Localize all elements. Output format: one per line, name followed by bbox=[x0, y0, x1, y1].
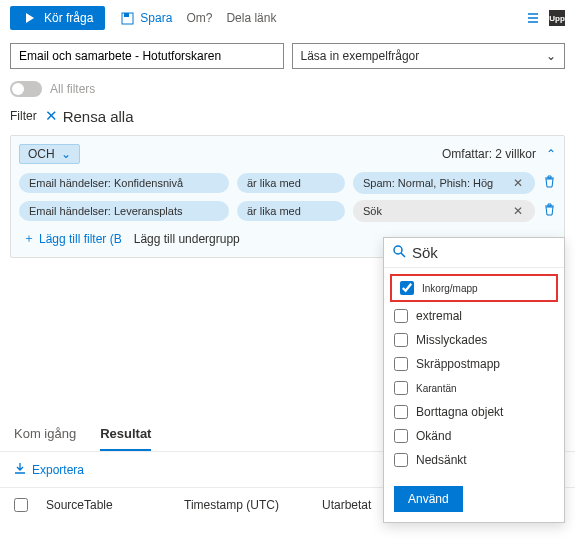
collapse-icon[interactable]: ⌃ bbox=[546, 147, 556, 161]
option-inkorg[interactable]: Inkorg/mapp bbox=[396, 278, 552, 298]
tab-results[interactable]: Resultat bbox=[100, 418, 151, 451]
field-pill[interactable]: Email händelser: Konfidensnivå bbox=[19, 173, 229, 193]
plus-icon: ＋ bbox=[23, 230, 35, 247]
close-icon: ✕ bbox=[45, 107, 58, 125]
clear-all-button[interactable]: ✕ Rensa alla bbox=[45, 107, 134, 125]
condition-row: Email händelser: Konfidensnivå är lika m… bbox=[19, 172, 556, 194]
download-icon bbox=[14, 462, 26, 477]
option-karantan[interactable]: Karantän bbox=[384, 376, 564, 400]
delete-row-icon[interactable] bbox=[543, 203, 556, 219]
field-pill[interactable]: Email händelser: Leveransplats bbox=[19, 201, 229, 221]
examples-label: Läsa in exempelfrågor bbox=[301, 49, 420, 63]
operator-pill[interactable]: är lika med bbox=[237, 173, 345, 193]
option-misslyckades[interactable]: Misslyckades bbox=[384, 328, 564, 352]
value-pill[interactable]: Spam: Normal, Phish: Hög ✕ bbox=[353, 172, 535, 194]
condition-row: Email händelser: Leveransplats är lika m… bbox=[19, 200, 556, 222]
chevron-down-icon: ⌄ bbox=[546, 49, 556, 63]
option-skrappost[interactable]: Skräppostmapp bbox=[384, 352, 564, 376]
add-subgroup-button[interactable]: Lägg till undergrupp bbox=[134, 232, 240, 246]
share-link[interactable]: Dela länk bbox=[226, 11, 276, 25]
list-view-icon[interactable] bbox=[525, 10, 541, 26]
add-filter-button[interactable]: ＋ Lägg till filter (B bbox=[23, 230, 122, 247]
all-filters-label: All filters bbox=[50, 82, 95, 96]
all-filters-toggle[interactable] bbox=[10, 81, 42, 97]
chevron-down-icon: ⌄ bbox=[61, 147, 71, 161]
clear-value-icon[interactable]: ✕ bbox=[511, 176, 525, 190]
svg-point-2 bbox=[394, 246, 402, 254]
option-okand[interactable]: Okänd bbox=[384, 424, 564, 448]
option-checkbox[interactable] bbox=[400, 281, 414, 295]
value-pill[interactable]: Sök ✕ bbox=[353, 200, 535, 222]
and-operator-chip[interactable]: OCH ⌄ bbox=[19, 144, 80, 164]
query-name-input[interactable] bbox=[10, 43, 284, 69]
examples-select[interactable]: Läsa in exempelfrågor ⌄ bbox=[292, 43, 566, 69]
select-all-checkbox[interactable] bbox=[14, 498, 28, 512]
upp-badge: Upp bbox=[549, 10, 565, 26]
run-query-button[interactable]: Kör fråga bbox=[10, 6, 105, 30]
save-label: Spara bbox=[140, 11, 172, 25]
operator-pill[interactable]: är lika med bbox=[237, 201, 345, 221]
search-icon bbox=[392, 244, 406, 261]
option-borttagna[interactable]: Borttagna objekt bbox=[384, 400, 564, 424]
svg-rect-1 bbox=[124, 13, 129, 17]
tab-start[interactable]: Kom igång bbox=[14, 418, 76, 451]
option-nedsankt[interactable]: Nedsänkt bbox=[384, 448, 564, 472]
apply-button[interactable]: Använd bbox=[394, 486, 463, 512]
play-icon bbox=[22, 10, 38, 26]
highlighted-option: Inkorg/mapp bbox=[390, 274, 558, 302]
clear-all-label: Rensa alla bbox=[63, 108, 134, 125]
search-placeholder: Sök bbox=[412, 244, 438, 261]
clear-value-icon[interactable]: ✕ bbox=[511, 204, 525, 218]
delete-row-icon[interactable] bbox=[543, 175, 556, 191]
run-label: Kör fråga bbox=[44, 11, 93, 25]
column-sourcetable[interactable]: SourceTable bbox=[46, 498, 166, 512]
dropdown-search[interactable]: Sök bbox=[384, 238, 564, 268]
option-extremal[interactable]: extremal bbox=[384, 304, 564, 328]
column-timestamp[interactable]: Timestamp (UTC) bbox=[184, 498, 304, 512]
filter-label: Filter bbox=[10, 109, 37, 123]
about-link[interactable]: Om? bbox=[186, 11, 212, 25]
scope-label: Omfattar: 2 villkor bbox=[442, 147, 536, 161]
save-button[interactable]: Spara bbox=[119, 10, 172, 26]
value-dropdown: Sök Inkorg/mapp extremal Misslyckades Sk… bbox=[383, 237, 565, 523]
save-icon bbox=[119, 10, 135, 26]
